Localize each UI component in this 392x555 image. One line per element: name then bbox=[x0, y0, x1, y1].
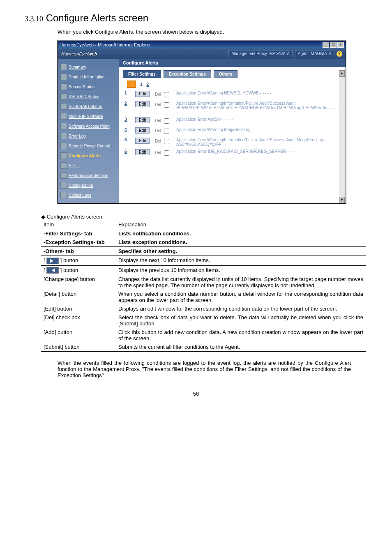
app-header: HarnessEye/web Management Proxy: MAGNIA-… bbox=[58, 48, 346, 59]
explain-text: Displays an edit window for the correspo… bbox=[116, 304, 366, 313]
explain-text: Submits the current all filter condition… bbox=[116, 343, 366, 352]
app-body: SummaryProduct InformationSensor StatusI… bbox=[58, 59, 346, 203]
sidebar: SummaryProduct InformationSensor StatusI… bbox=[58, 59, 119, 203]
explain-text: Changes the data list currently displaye… bbox=[116, 275, 366, 290]
table-row: 4EditDel Application Error/Warning MegaS… bbox=[123, 126, 341, 136]
sidebar-item-label: Sensor Status bbox=[69, 85, 95, 89]
nav-icon bbox=[60, 192, 67, 198]
explain-item: [Detail] button bbox=[41, 290, 116, 304]
explain-text: Lists notification conditions. bbox=[116, 229, 366, 238]
next-page-arrow-icon[interactable]: → bbox=[127, 81, 136, 88]
detail-link[interactable]: 4 bbox=[125, 127, 127, 132]
table-row: 6EditDel Application Error IDE_RAID,RAID… bbox=[123, 148, 341, 158]
del-checkbox[interactable] bbox=[164, 139, 169, 144]
maximize-button[interactable]: □ bbox=[330, 42, 337, 48]
edit-button[interactable]: Edit bbox=[135, 117, 150, 123]
del-checkbox[interactable] bbox=[164, 129, 169, 134]
agent-label: Agent: MAGNIA-A bbox=[295, 50, 334, 57]
sidebar-item-label: Product Information bbox=[69, 75, 104, 79]
edit-button[interactable]: Edit bbox=[135, 91, 150, 97]
explain-row: [ ] buttonDisplays the previous 10 infor… bbox=[41, 265, 366, 275]
sidebar-item-label: Collect Logs bbox=[69, 193, 91, 198]
window-titlebar: HarnessEye/web - Microsoft Internet Expl… bbox=[58, 41, 346, 48]
sidebar-item[interactable]: Configuration bbox=[60, 180, 117, 190]
sidebar-item[interactable]: Product Information bbox=[60, 72, 117, 82]
close-button[interactable]: × bbox=[337, 42, 344, 48]
sidebar-item[interactable]: Software Access Point bbox=[60, 121, 117, 131]
tab-exception-settings[interactable]: Exception Settings bbox=[164, 70, 211, 78]
nav-icon bbox=[60, 83, 67, 90]
main-area: Configure Alerts Filter Settings Excepti… bbox=[119, 59, 346, 203]
nav-icon bbox=[60, 93, 67, 100]
scroll-down-icon[interactable]: ▼ bbox=[339, 197, 345, 203]
page-1-link[interactable]: 1 bbox=[140, 82, 143, 87]
del-checkbox[interactable] bbox=[164, 118, 169, 124]
explain-row: [Detail] buttonWhen you select a conditi… bbox=[41, 290, 366, 304]
sidebar-item-label: IDE RAID Status bbox=[69, 94, 99, 99]
heading-text: Configure Alerts screen bbox=[46, 12, 148, 23]
sidebar-item-label: Error Log bbox=[69, 134, 86, 138]
del-label: Del bbox=[155, 129, 161, 133]
row-description: Application Error/Warning/Information/Fa… bbox=[175, 136, 341, 148]
edit-button[interactable]: Edit bbox=[135, 138, 150, 144]
sidebar-item[interactable]: Collect Logs bbox=[60, 190, 117, 200]
tab-others[interactable]: Others bbox=[214, 70, 238, 78]
explain-text: Lists exception conditions. bbox=[116, 238, 366, 247]
detail-link[interactable]: 1 bbox=[125, 91, 127, 95]
footnote: When the events filled the following con… bbox=[58, 360, 351, 378]
alerts-table: 1EditDel Application Error/Warning HEWSE… bbox=[123, 90, 341, 158]
del-checkbox[interactable] bbox=[164, 92, 169, 97]
table-row: 1EditDel Application Error/Warning HEWSE… bbox=[123, 90, 341, 100]
nav-icon bbox=[60, 162, 67, 169]
sidebar-item[interactable]: Mobile IF Software bbox=[60, 111, 117, 121]
edit-button[interactable]: Edit bbox=[135, 101, 150, 107]
edit-button[interactable]: Edit bbox=[135, 127, 150, 134]
sidebar-item-label: Remote Power Control bbox=[69, 144, 110, 148]
row-description: Application Error/Warning/Information/Fa… bbox=[175, 100, 341, 116]
explain-row: [ ] buttonDisplays the next 10 informati… bbox=[41, 256, 366, 266]
window-title: HarnessEye/web - Microsoft Internet Expl… bbox=[60, 42, 151, 47]
section-title: Configure Alerts bbox=[119, 59, 346, 67]
del-checkbox[interactable] bbox=[164, 102, 169, 108]
sidebar-item[interactable]: Remote Power Control bbox=[60, 141, 117, 151]
detail-link[interactable]: 5 bbox=[125, 138, 127, 142]
del-label: Del bbox=[155, 150, 161, 155]
table-row: 3EditDel Application Error AsdSrv - - - … bbox=[123, 116, 341, 126]
sidebar-item[interactable]: Configure Alerts bbox=[60, 151, 117, 161]
scroll-up-icon[interactable]: ▲ bbox=[339, 70, 345, 77]
intro-text: When you click Configure Alerts, the scr… bbox=[58, 29, 367, 35]
sidebar-item[interactable]: IDE RAID Status bbox=[60, 92, 117, 101]
explain-item: -Exception Settings- tab bbox=[41, 238, 116, 247]
nav-icon bbox=[60, 123, 67, 129]
explain-row: [Edit] buttonDisplays an edit window for… bbox=[41, 304, 366, 313]
detail-link[interactable]: 6 bbox=[125, 149, 127, 154]
col-item: Item bbox=[41, 220, 116, 229]
help-icon[interactable]: ? bbox=[337, 51, 342, 57]
table-row: 2EditDel Application Error/Warning/Infor… bbox=[123, 100, 341, 116]
sidebar-item-label: Performance Settings bbox=[69, 173, 108, 178]
explain-text: Select the check box of data you want to… bbox=[116, 313, 366, 328]
page-2-link[interactable]: 2 bbox=[147, 82, 149, 87]
sidebar-item[interactable]: Performance Settings bbox=[60, 170, 117, 180]
sidebar-item[interactable]: SCSI RAID Status bbox=[60, 101, 117, 111]
nav-icon bbox=[60, 113, 67, 120]
logo-part2: web bbox=[88, 51, 97, 56]
sidebar-item[interactable]: Error Log bbox=[60, 131, 117, 141]
sidebar-item[interactable]: Sensor Status bbox=[60, 82, 117, 92]
tab-filter-settings[interactable]: Filter Settings bbox=[123, 70, 161, 78]
detail-link[interactable]: 2 bbox=[125, 101, 127, 106]
edit-button[interactable]: Edit bbox=[135, 149, 150, 155]
del-checkbox[interactable] bbox=[164, 150, 169, 156]
explain-row: -Others- tabSpecifies other setting. bbox=[41, 247, 366, 256]
detail-link[interactable]: 3 bbox=[125, 117, 127, 122]
minimize-button[interactable]: _ bbox=[323, 42, 329, 48]
nav-icon bbox=[60, 74, 67, 80]
explanation-table: Item Explanation -Filter Settings- tabLi… bbox=[41, 220, 366, 352]
sidebar-item[interactable]: Summary bbox=[60, 62, 117, 72]
explain-item: [Del] check box bbox=[41, 313, 116, 328]
sidebar-item[interactable]: S.E.L. bbox=[60, 161, 117, 170]
screenshot-window: HarnessEye/web - Microsoft Internet Expl… bbox=[58, 41, 346, 204]
explain-row: -Filter Settings- tabLists notification … bbox=[41, 229, 366, 238]
nav-icon bbox=[60, 152, 67, 159]
scrollbar[interactable]: ▲ ▼ bbox=[339, 70, 345, 203]
